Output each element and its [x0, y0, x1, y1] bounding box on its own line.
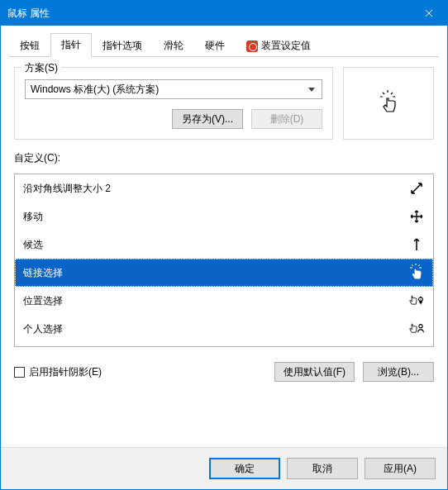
list-item[interactable]: 候选	[15, 231, 433, 259]
scheme-row: 方案(S) Windows 标准(大) (系统方案) 另存为(V)... 删除(…	[14, 67, 434, 140]
list-item[interactable]: 链接选择	[15, 259, 433, 287]
browse-button[interactable]: 浏览(B)...	[363, 362, 434, 382]
svg-point-1	[419, 325, 422, 328]
tab-label: 指针选项	[102, 40, 142, 51]
tab-label: 滑轮	[164, 40, 183, 51]
dialog-footer: 确定 取消 应用(A)	[1, 447, 447, 489]
item-label: 位置选择	[23, 294, 408, 308]
tabs-row: 按钮 指针 指针选项 滑轮 硬件 装置设定值	[9, 32, 439, 57]
item-label: 个人选择	[23, 322, 408, 336]
item-label: 链接选择	[23, 266, 408, 280]
tab-label: 装置设定值	[261, 40, 311, 51]
location-icon	[408, 293, 425, 309]
close-button[interactable]	[410, 1, 447, 26]
checkbox-label: 启用指针阴影(E)	[29, 366, 102, 378]
tab-label: 指针	[61, 39, 81, 50]
cursor-listbox-scroll[interactable]: 沿对角线调整大小 2 移动 候选 链接选择 位置选择	[15, 174, 433, 346]
tab-pointer-options[interactable]: 指针选项	[92, 34, 153, 57]
list-item[interactable]: 个人选择	[15, 315, 433, 343]
apply-button[interactable]: 应用(A)	[365, 458, 436, 479]
button-label: 应用(A)	[384, 462, 417, 476]
checkbox-box	[14, 367, 25, 378]
tab-buttons[interactable]: 按钮	[9, 34, 50, 57]
list-item[interactable]: 移动	[15, 202, 433, 231]
bottom-row: 启用指针阴影(E) 使用默认值(F) 浏览(B)...	[14, 362, 434, 382]
cancel-button[interactable]: 取消	[287, 458, 358, 479]
button-label: 使用默认值(F)	[284, 365, 346, 379]
mouse-properties-window: 鼠标 属性 按钮 指针 指针选项 滑轮 硬件 装置设定值 方案(S) Windo…	[0, 0, 448, 490]
resize-diag2-icon	[408, 180, 425, 197]
move-icon	[408, 208, 425, 225]
tab-pointers[interactable]: 指针	[50, 33, 92, 57]
cursor-listbox[interactable]: 沿对角线调整大小 2 移动 候选 链接选择 位置选择	[14, 174, 434, 347]
link-hand-icon	[377, 90, 400, 117]
customize-label: 自定义(C):	[14, 151, 434, 165]
tab-wheel[interactable]: 滑轮	[153, 34, 194, 57]
button-label: 取消	[312, 462, 332, 476]
list-item[interactable]: 沿对角线调整大小 2	[15, 174, 433, 202]
delete-button: 删除(D)	[251, 109, 322, 129]
tab-device-settings[interactable]: 装置设定值	[236, 34, 322, 57]
item-label: 候选	[23, 238, 408, 252]
list-item[interactable]: 位置选择	[15, 287, 433, 315]
tab-hardware[interactable]: 硬件	[194, 34, 236, 57]
button-label: 另存为(V)...	[182, 112, 233, 126]
tab-content: 方案(S) Windows 标准(大) (系统方案) 另存为(V)... 删除(…	[1, 57, 447, 447]
window-title: 鼠标 属性	[1, 7, 410, 21]
svg-point-0	[420, 297, 422, 298]
cursor-preview	[343, 67, 434, 140]
titlebar: 鼠标 属性	[1, 1, 447, 26]
alt-icon	[408, 236, 425, 253]
scheme-buttons: 另存为(V)... 删除(D)	[25, 109, 322, 129]
button-label: 删除(D)	[270, 112, 304, 126]
item-label: 沿对角线调整大小 2	[23, 182, 408, 196]
button-label: 浏览(B)...	[378, 365, 419, 379]
use-default-button[interactable]: 使用默认值(F)	[274, 362, 355, 382]
ok-button[interactable]: 确定	[209, 458, 280, 479]
link-hand-icon	[408, 264, 425, 281]
scheme-dropdown[interactable]: Windows 标准(大) (系统方案)	[25, 79, 322, 99]
scheme-legend: 方案(S)	[21, 61, 61, 75]
item-label: 移动	[23, 210, 408, 224]
scheme-fieldset: 方案(S) Windows 标准(大) (系统方案) 另存为(V)... 删除(…	[14, 67, 333, 140]
tab-label: 按钮	[20, 40, 40, 51]
button-label: 确定	[235, 462, 255, 476]
person-icon	[408, 321, 425, 337]
save-as-button[interactable]: 另存为(V)...	[172, 109, 243, 129]
scheme-selected-value: Windows 标准(大) (系统方案)	[31, 83, 159, 97]
tab-label: 硬件	[205, 40, 225, 51]
enable-shadow-checkbox[interactable]: 启用指针阴影(E)	[14, 365, 102, 379]
device-icon	[246, 40, 258, 52]
